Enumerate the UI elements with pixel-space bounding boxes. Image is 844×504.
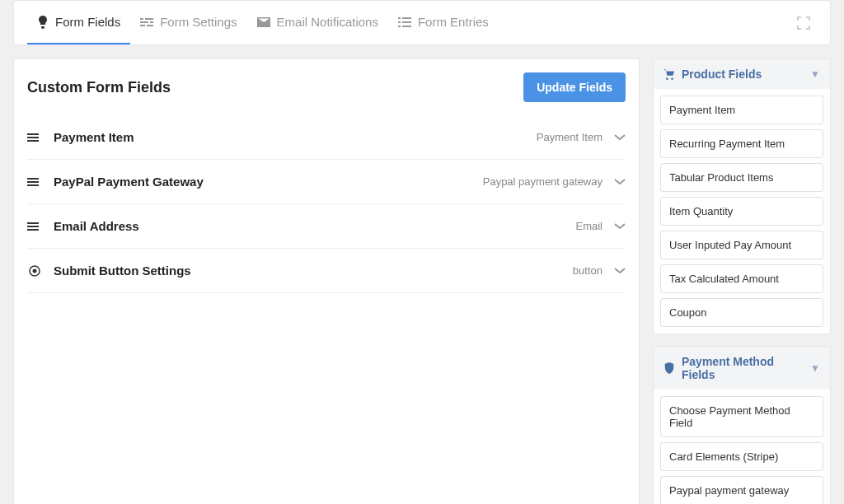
field-btn-recurring-payment[interactable]: Recurring Payment Item (660, 129, 823, 158)
field-btn-coupon[interactable]: Coupon (660, 298, 823, 327)
field-title: Email Address (54, 219, 575, 233)
sidebar: Product Fields ▼ Payment Item Recurring … (653, 58, 831, 504)
chevron-down-icon (614, 268, 626, 274)
sliders-icon (140, 16, 153, 28)
caret-down-icon: ▼ (810, 362, 820, 374)
field-btn-paypal-gateway[interactable]: Paypal payment gateway (660, 476, 823, 504)
tab-email-notifications[interactable]: Email Notifications (247, 1, 388, 44)
main-panel: Custom Form Fields Update Fields Payment… (13, 58, 640, 504)
panel-title: Payment Method Fields (682, 355, 804, 381)
svg-point-1 (33, 268, 37, 273)
shield-icon (663, 362, 675, 374)
lightbulb-icon (37, 16, 49, 29)
tabs-bar: Form Fields Form Settings Email Notifica… (13, 0, 831, 45)
update-fields-button[interactable]: Update Fields (523, 72, 626, 102)
list-icon (398, 17, 411, 27)
field-btn-choose-payment-method[interactable]: Choose Payment Method Field (660, 396, 823, 437)
drag-handle-icon[interactable] (27, 178, 42, 186)
chevron-down-icon (614, 223, 626, 230)
chevron-down-icon (614, 179, 626, 185)
field-title: Payment Item (54, 130, 537, 144)
field-btn-tax-amount[interactable]: Tax Calculated Amount (660, 264, 823, 293)
panel-header-payment-method[interactable]: Payment Method Fields ▼ (654, 347, 830, 390)
tab-label: Form Fields (55, 15, 120, 29)
field-row-submit-button[interactable]: Submit Button Settings button (27, 249, 626, 293)
field-row-payment-item[interactable]: Payment Item Payment Item (27, 115, 626, 160)
field-type: Email (575, 220, 603, 232)
field-type: button (573, 264, 603, 277)
field-btn-user-pay-amount[interactable]: User Inputed Pay Amount (660, 231, 823, 259)
panel-product-fields: Product Fields ▼ Payment Item Recurring … (653, 58, 831, 334)
drag-handle-icon[interactable] (27, 222, 42, 231)
envelope-icon (257, 17, 270, 27)
caret-down-icon: ▼ (810, 68, 820, 80)
tab-label: Form Settings (160, 15, 237, 29)
tab-form-settings[interactable]: Form Settings (130, 1, 246, 44)
panel-title: Product Fields (682, 68, 804, 81)
field-btn-card-elements[interactable]: Card Elements (Stripe) (660, 442, 823, 471)
chevron-down-icon (614, 134, 626, 141)
field-row-email-address[interactable]: Email Address Email (27, 204, 626, 249)
field-btn-item-quantity[interactable]: Item Quantity (660, 197, 823, 226)
tab-label: Form Entries (418, 15, 489, 29)
fullscreen-icon[interactable] (790, 10, 817, 36)
field-btn-tabular-product[interactable]: Tabular Product Items (660, 163, 823, 192)
field-title: Submit Button Settings (54, 264, 573, 278)
field-btn-payment-item[interactable]: Payment Item (660, 96, 823, 124)
panel-payment-method-fields: Payment Method Fields ▼ Choose Payment M… (653, 346, 831, 504)
panel-header-product-fields[interactable]: Product Fields ▼ (654, 59, 830, 89)
tab-label: Email Notifications (277, 15, 378, 29)
field-title: PayPal Payment Gateway (54, 175, 483, 189)
cart-icon (663, 68, 675, 80)
target-icon (27, 264, 42, 278)
tab-form-entries[interactable]: Form Entries (388, 1, 499, 44)
field-type: Payment Item (537, 131, 603, 143)
page-title: Custom Form Fields (27, 79, 171, 96)
field-row-paypal-gateway[interactable]: PayPal Payment Gateway Paypal payment ga… (27, 160, 626, 204)
tab-form-fields[interactable]: Form Fields (27, 1, 130, 44)
drag-handle-icon[interactable] (27, 133, 42, 142)
field-type: Paypal payment gateway (483, 175, 603, 188)
